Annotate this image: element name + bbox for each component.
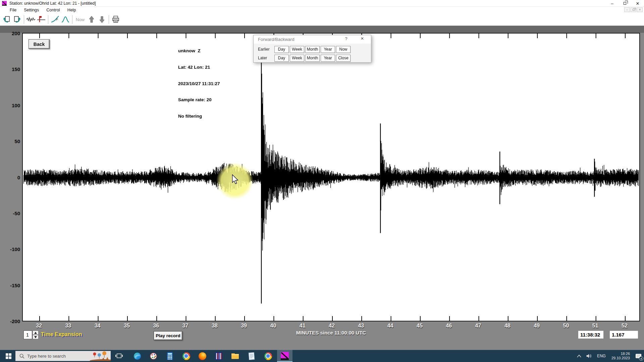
minimize-button[interactable]: –	[606, 0, 619, 7]
taskbar-icon-calculator[interactable]	[162, 350, 177, 362]
y-axis-label: -50	[1, 210, 20, 216]
time-expansion-increment-button[interactable]	[33, 330, 39, 335]
restore-button[interactable]	[619, 0, 631, 7]
taskbar-icon-paint[interactable]	[146, 350, 161, 362]
dialog-earlier-year-button[interactable]: Year	[321, 46, 335, 53]
x-axis-label: 37	[182, 323, 189, 329]
tray-volume-button[interactable]	[584, 350, 594, 362]
current-time-field[interactable]: 11:38:32	[578, 330, 604, 339]
x-axis-label: 42	[329, 323, 335, 329]
menu-item-control[interactable]: Control	[43, 7, 63, 13]
x-axis-label: 35	[124, 323, 130, 329]
pick-marker-tool-button[interactable]	[37, 15, 46, 24]
print-button[interactable]	[111, 15, 120, 24]
tray-time: 18:26	[611, 352, 630, 356]
open-next-button[interactable]	[12, 15, 22, 24]
x-axis-label: 41	[300, 323, 306, 329]
menu-bar: FileSettingsControlHelp	[0, 7, 644, 13]
dialog-earlier-now-button[interactable]: Now	[336, 46, 351, 53]
mdi-restore-button[interactable]	[631, 7, 636, 12]
taskbar-icon-media-player[interactable]	[211, 350, 226, 362]
mdi-minimize-button[interactable]: –	[624, 7, 630, 12]
tray-clock[interactable]: 18:26 29.10.2023	[609, 350, 633, 362]
forward-backward-dialog: Forward/Backward ? ✕ EarlierDayWeekMonth…	[253, 35, 371, 63]
x-axis-label: 51	[592, 323, 598, 329]
mouse-cursor	[231, 174, 239, 184]
x-axis-label: 52	[622, 323, 628, 329]
restore-icon	[624, 2, 626, 5]
mdi-close-button[interactable]: ✕	[637, 7, 643, 12]
dialog-help-button[interactable]: ?	[342, 36, 350, 43]
dialog-close-button[interactable]: ✕	[358, 36, 366, 43]
dialog-later-month-button[interactable]: Month	[305, 55, 320, 62]
menu-item-settings[interactable]: Settings	[20, 7, 43, 13]
taskbar-icon-file-explorer[interactable]	[227, 350, 243, 362]
now-button-label: Now	[74, 17, 86, 22]
dialog-row-earlier: EarlierDayWeekMonthYearNow	[258, 45, 371, 54]
seismogram-canvas[interactable]	[23, 34, 639, 321]
start-button[interactable]	[3, 350, 13, 362]
dialog-earlier-month-button[interactable]: Month	[305, 46, 320, 53]
taskbar-search[interactable]	[15, 351, 111, 361]
dialog-later-year-button[interactable]: Year	[321, 55, 335, 62]
x-axis-label: 48	[504, 323, 511, 329]
search-icon	[19, 354, 24, 359]
dialog-body: EarlierDayWeekMonthYearNowLaterDayWeekMo…	[254, 44, 371, 62]
x-axis-label: 47	[475, 323, 481, 329]
firefox-icon	[199, 352, 206, 360]
taskbar-icon-notepad[interactable]	[244, 350, 259, 362]
taskbar-icon-chrome[interactable]	[178, 350, 194, 362]
chrome-icon	[264, 352, 272, 360]
calculator-icon	[167, 352, 173, 360]
gaussian-tool-button[interactable]	[61, 15, 70, 24]
now-button[interactable]: Now	[74, 15, 86, 24]
arrow-down-icon	[99, 15, 105, 23]
tray-chevron-button[interactable]	[575, 350, 584, 362]
pick-marker-icon	[37, 15, 46, 23]
time-expansion-input[interactable]: 1	[23, 330, 32, 339]
seismogram-plot	[22, 33, 640, 321]
edge-icon	[133, 352, 141, 360]
file-explorer-icon	[231, 353, 239, 359]
notification-center-button[interactable]: 4	[633, 350, 644, 362]
play-record-button[interactable]: Play record	[154, 331, 182, 340]
seismograph-app-icon	[281, 352, 289, 360]
system-tray: ENG 18:26 29.10.2023 4	[575, 350, 644, 362]
dialog-row-later: LaterDayWeekMonthYearClose	[258, 54, 371, 62]
menu-item-file[interactable]: File	[6, 7, 20, 13]
waveform-icon	[26, 15, 36, 23]
dialog-titlebar[interactable]: Forward/Backward ? ✕	[254, 35, 371, 44]
app-icon	[2, 1, 7, 6]
open-previous-button[interactable]	[2, 15, 11, 24]
svg-text:P: P	[56, 18, 58, 21]
dialog-later-day-button[interactable]: Day	[274, 55, 289, 62]
toolbar: P Now	[0, 13, 644, 26]
waveform-tool-button[interactable]	[26, 15, 36, 24]
toolbar-separator	[24, 15, 24, 24]
scroll-up-button[interactable]	[87, 15, 96, 24]
taskbar-icon-chrome-2[interactable]	[260, 350, 276, 362]
menu-item-help[interactable]: Help	[64, 7, 80, 13]
y-axis-label: 100	[1, 102, 20, 108]
dialog-earlier-week-button[interactable]: Week	[290, 46, 304, 53]
dialog-later-close-button[interactable]: Close	[336, 55, 351, 62]
close-button[interactable]: ✕	[631, 0, 644, 7]
time-expansion-decrement-button[interactable]	[33, 335, 39, 339]
station-info-line: unknow Z	[178, 48, 220, 54]
y-axis-label: -150	[1, 282, 20, 288]
taskbar-icon-seismograph[interactable]	[277, 350, 292, 362]
tray-language[interactable]: ENG	[594, 350, 609, 362]
taskbar-icon-edge[interactable]	[129, 350, 145, 362]
back-button[interactable]: Back	[29, 39, 50, 49]
dialog-earlier-day-button[interactable]: Day	[274, 46, 289, 53]
paint-icon	[150, 352, 157, 360]
scroll-down-button[interactable]	[97, 15, 107, 24]
notification-badge: 4	[639, 356, 643, 361]
x-axis-label: 33	[65, 323, 71, 329]
amplitude-value-field[interactable]: 1.167	[609, 330, 638, 339]
taskbar-icon-firefox[interactable]	[195, 350, 210, 362]
phase-p-tool-button[interactable]: P	[50, 15, 60, 24]
taskbar-icon-task-view[interactable]	[111, 350, 127, 362]
search-input[interactable]	[27, 354, 84, 359]
dialog-later-week-button[interactable]: Week	[290, 55, 304, 62]
